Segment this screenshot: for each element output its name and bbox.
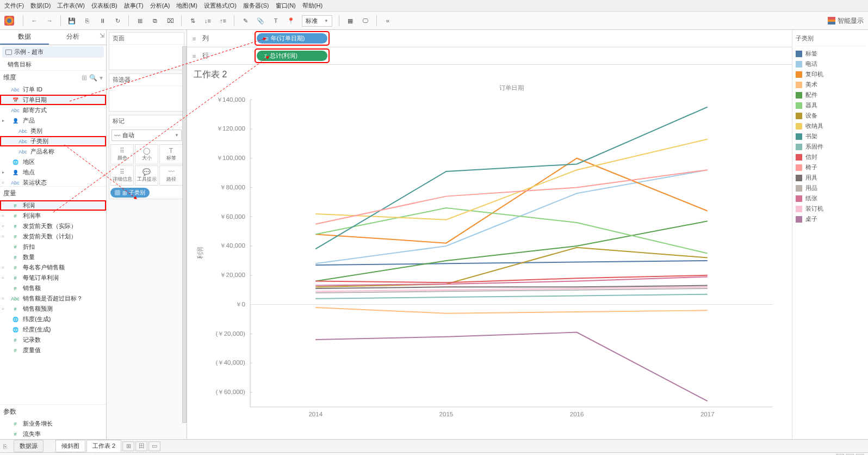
legend-item[interactable]: 标签 — [796, 48, 865, 59]
new-datasource-button[interactable]: ⎘ — [80, 14, 94, 27]
menu-item[interactable]: 窗口(N) — [276, 2, 296, 10]
legend-item[interactable]: 用品 — [796, 183, 865, 193]
back-button[interactable]: ← — [28, 14, 41, 27]
pause-button[interactable]: ⏸ — [96, 14, 109, 27]
highlight-button[interactable]: ✎ — [239, 14, 252, 27]
tab-analysis[interactable]: 分析 — [49, 30, 98, 45]
save-button[interactable]: 💾 — [65, 14, 78, 27]
field-item[interactable]: #度量值 — [0, 345, 106, 355]
menu-item[interactable]: 工作表(W) — [57, 2, 85, 10]
legend-item[interactable]: 装订机 — [796, 204, 865, 214]
rows-shelf[interactable]: ≡行 Σ总计(利润) — [187, 47, 792, 65]
field-item[interactable]: 🌐地区 — [0, 157, 106, 167]
legend-item[interactable]: 系固件 — [796, 142, 865, 152]
field-item[interactable]: #数量 — [0, 252, 106, 262]
legend-item[interactable]: 美术 — [796, 79, 865, 90]
menu-item[interactable]: 服务器(S) — [243, 2, 269, 10]
label-button[interactable]: T — [269, 14, 282, 27]
field-item[interactable]: #销售额 — [0, 283, 106, 293]
legend-item[interactable]: 配件 — [796, 90, 865, 100]
field-item[interactable]: =#发货前天数（实际） — [0, 221, 106, 231]
mark-cell[interactable]: ◯大小 — [135, 144, 158, 164]
legend-item[interactable]: 器具 — [796, 100, 865, 110]
mark-cell[interactable]: ⠿详细信息 — [110, 165, 134, 186]
datasource-tab-icon[interactable]: ⎘ — [3, 443, 7, 450]
menu-item[interactable]: 帮助(H) — [302, 2, 323, 10]
field-item[interactable]: =Abc装运状态 — [0, 177, 106, 186]
legend-item[interactable]: 书架 — [796, 131, 865, 142]
group-button[interactable]: 📎 — [254, 14, 267, 27]
field-item[interactable]: #新业务增长 — [0, 419, 106, 429]
field-item[interactable]: #折扣 — [0, 242, 106, 252]
menu-item[interactable]: 故事(T) — [124, 2, 144, 10]
menu-item[interactable]: 设置格式(O) — [204, 2, 237, 10]
mark-cell[interactable]: 〰路径 — [159, 165, 183, 186]
legend-item[interactable]: 电话 — [796, 59, 865, 69]
menu-item[interactable]: 分析(A) — [150, 2, 170, 10]
legend-item[interactable]: 复印机 — [796, 69, 865, 79]
rows-pill[interactable]: Σ总计(利润) — [257, 51, 327, 61]
mark-cell[interactable]: 💬工具提示 — [135, 165, 158, 186]
menu-item[interactable]: 仪表板(B) — [91, 2, 117, 10]
field-item[interactable]: ▸👤地点 — [0, 167, 106, 177]
field-item[interactable]: Abc产品名称 — [0, 146, 106, 157]
legend-item[interactable]: 桌子 — [796, 214, 865, 224]
field-item[interactable]: ▸👤产品 — [0, 115, 106, 126]
legend-item[interactable]: 收纳具 — [796, 121, 865, 131]
mark-cell[interactable]: ⠿颜色 — [110, 144, 134, 164]
menu-item[interactable]: 数据(D) — [30, 2, 51, 10]
refresh-button[interactable]: ↻ — [111, 14, 124, 27]
field-item[interactable]: =#发货前天数（计划） — [0, 231, 106, 242]
field-item[interactable]: 🌐纬度(生成) — [0, 314, 106, 324]
share-button[interactable]: ∝ — [381, 14, 394, 27]
field-item[interactable]: Abc类别 — [0, 126, 106, 136]
pane-menu-button[interactable]: ⇲ — [97, 30, 106, 45]
datasource-tab[interactable]: 数据源 — [14, 440, 44, 452]
legend-item[interactable]: 用具 — [796, 173, 865, 183]
duplicate-button[interactable]: ⧉ — [148, 14, 162, 27]
swap-button[interactable]: ⇅ — [186, 14, 199, 27]
scrollbar[interactable] — [182, 46, 187, 423]
field-item[interactable]: =#每名客户销售额 — [0, 262, 106, 273]
field-item[interactable]: Abc子类别 — [0, 136, 106, 146]
tab-data[interactable]: 数据 — [0, 30, 49, 45]
sheet-tab-1[interactable]: 倾斜图 — [55, 440, 85, 452]
field-item[interactable]: Abc订单 ID — [0, 84, 106, 95]
clear-button[interactable]: ⌧ — [164, 14, 177, 27]
marks-color-pill[interactable]: ⊞子类别 — [110, 188, 150, 198]
presentation-button[interactable]: 🖵 — [359, 14, 372, 27]
field-item[interactable]: =#利润率 — [0, 211, 106, 221]
mark-cell[interactable]: T标签 — [159, 144, 183, 164]
fit-dropdown[interactable]: 标准▼ — [302, 15, 332, 27]
new-worksheet-button[interactable]: ⊞ — [122, 441, 134, 451]
legend-item[interactable]: 椅子 — [796, 162, 865, 173]
field-item[interactable]: Abc邮寄方式 — [0, 105, 106, 115]
datasource-sales-target[interactable]: 销售目标 — [2, 59, 104, 70]
field-item[interactable]: =Abc销售额是否超过目标？ — [0, 293, 106, 304]
columns-pill[interactable]: ⊞年(订单日期) — [257, 33, 327, 44]
new-dashboard-button[interactable]: 田 — [135, 441, 147, 451]
menu-item[interactable]: 地图(M) — [176, 2, 197, 10]
field-item[interactable]: #记录数 — [0, 335, 106, 345]
pin-button[interactable]: 📍 — [284, 14, 297, 27]
mark-type-dropdown[interactable]: 〰自动▼ — [111, 130, 182, 141]
show-me-button[interactable]: 智能显示 — [828, 16, 864, 26]
columns-shelf[interactable]: ≡列 ⊞年(订单日期) — [187, 30, 792, 47]
new-story-button[interactable]: ▭ — [148, 441, 160, 451]
field-item[interactable]: =#销售额预测 — [0, 304, 106, 314]
show-cards-button[interactable]: ▦ — [344, 14, 357, 27]
field-item[interactable]: =#每笔订单利润 — [0, 273, 106, 283]
sort-asc-button[interactable]: ↓≡ — [201, 14, 214, 27]
legend-item[interactable]: 设备 — [796, 110, 865, 121]
sheet-tab-2[interactable]: 工作表 2 — [86, 440, 121, 452]
legend-item[interactable]: 信封 — [796, 152, 865, 162]
chart-canvas[interactable]: 订单日期(￥60,000)(￥40,000)(￥20,000)￥0￥20,000… — [194, 82, 785, 431]
field-item[interactable]: #流失率 — [0, 429, 106, 439]
field-item[interactable]: 🌐经度(生成) — [0, 324, 106, 335]
legend-item[interactable]: 纸张 — [796, 193, 865, 204]
new-sheet-button[interactable]: ⊞ — [133, 14, 146, 27]
menu-item[interactable]: 文件(F) — [4, 2, 24, 10]
field-item[interactable]: 📅订单日期 — [0, 95, 106, 105]
field-item[interactable]: #利润 — [0, 200, 106, 211]
datasource-superstore[interactable]: 示例 - 超市 — [2, 46, 104, 58]
